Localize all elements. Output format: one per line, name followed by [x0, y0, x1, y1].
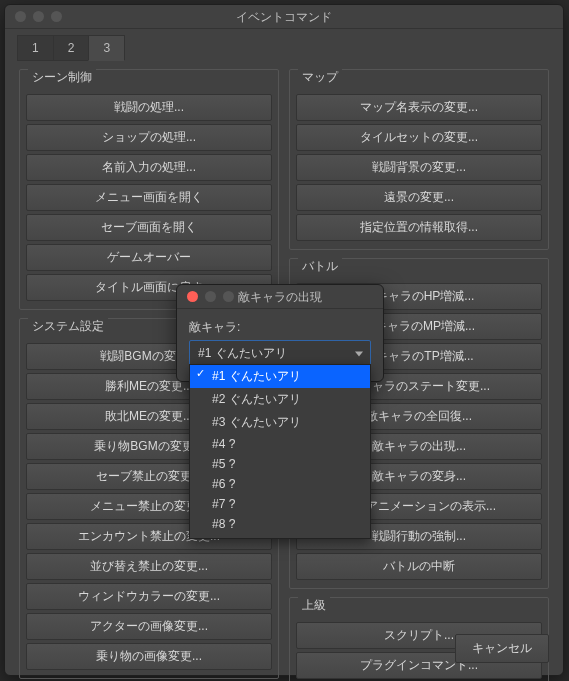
- tab-2[interactable]: 2: [53, 35, 90, 61]
- dropdown-option[interactable]: ✓#1 ぐんたいアリ: [190, 365, 370, 388]
- tab-3[interactable]: 3: [88, 35, 125, 61]
- group-title: シーン制御: [28, 69, 96, 86]
- group-title: 上級: [298, 597, 330, 614]
- dropdown-option[interactable]: #7 ?: [190, 494, 370, 514]
- group: マップマップ名表示の変更...タイルセットの変更...戦闘背景の変更...遠景の…: [289, 69, 549, 250]
- main-titlebar: イベントコマンド: [5, 5, 563, 29]
- enemy-label: 敵キャラ:: [189, 319, 371, 336]
- traffic-lights: [5, 11, 62, 22]
- command-button[interactable]: ウィンドウカラーの変更...: [26, 583, 272, 610]
- command-button[interactable]: アクターの画像変更...: [26, 613, 272, 640]
- group-title: マップ: [298, 69, 342, 86]
- command-button[interactable]: 並び替え禁止の変更...: [26, 553, 272, 580]
- group-title: バトル: [298, 258, 342, 275]
- tab-1[interactable]: 1: [17, 35, 54, 61]
- window-title: イベントコマンド: [5, 5, 563, 29]
- select-display[interactable]: #1 ぐんたいアリ: [189, 340, 371, 367]
- zoom-icon[interactable]: [223, 291, 234, 302]
- dropdown-option[interactable]: #6 ?: [190, 474, 370, 494]
- close-icon[interactable]: [187, 291, 198, 302]
- dropdown-option[interactable]: #8 ?: [190, 514, 370, 534]
- cancel-button[interactable]: キャンセル: [455, 634, 549, 663]
- minimize-icon[interactable]: [33, 11, 44, 22]
- dropdown-option[interactable]: #4 ?: [190, 434, 370, 454]
- command-button[interactable]: 戦闘背景の変更...: [296, 154, 542, 181]
- command-button[interactable]: 乗り物の画像変更...: [26, 643, 272, 670]
- command-button[interactable]: 名前入力の処理...: [26, 154, 272, 181]
- popup-titlebar: 敵キャラの出現: [177, 285, 383, 309]
- tab-bar: 1 2 3: [5, 29, 563, 61]
- command-button[interactable]: ゲームオーバー: [26, 244, 272, 271]
- enemy-select[interactable]: #1 ぐんたいアリ ✓#1 ぐんたいアリ#2 ぐんたいアリ#3 ぐんたいアリ#4…: [189, 340, 371, 367]
- command-button[interactable]: マップ名表示の変更...: [296, 94, 542, 121]
- command-button[interactable]: タイルセットの変更...: [296, 124, 542, 151]
- zoom-icon[interactable]: [51, 11, 62, 22]
- command-button[interactable]: 戦闘の処理...: [26, 94, 272, 121]
- dropdown-option[interactable]: #3 ぐんたいアリ: [190, 411, 370, 434]
- group-title: システム設定: [28, 318, 108, 335]
- command-button[interactable]: 指定位置の情報取得...: [296, 214, 542, 241]
- enemy-dropdown: ✓#1 ぐんたいアリ#2 ぐんたいアリ#3 ぐんたいアリ#4 ?#5 ?#6 ?…: [189, 364, 371, 539]
- close-icon[interactable]: [15, 11, 26, 22]
- enemy-appearance-dialog: 敵キャラの出現 敵キャラ: #1 ぐんたいアリ ✓#1 ぐんたいアリ#2 ぐんた…: [176, 284, 384, 382]
- command-button[interactable]: セーブ画面を開く: [26, 214, 272, 241]
- dropdown-option[interactable]: #5 ?: [190, 454, 370, 474]
- popup-traffic-lights: [177, 291, 234, 302]
- command-button[interactable]: ショップの処理...: [26, 124, 272, 151]
- group: シーン制御戦闘の処理...ショップの処理...名前入力の処理...メニュー画面を…: [19, 69, 279, 310]
- minimize-icon[interactable]: [205, 291, 216, 302]
- footer: キャンセル: [455, 634, 549, 663]
- dropdown-option[interactable]: #2 ぐんたいアリ: [190, 388, 370, 411]
- command-button[interactable]: メニュー画面を開く: [26, 184, 272, 211]
- command-button[interactable]: 遠景の変更...: [296, 184, 542, 211]
- check-icon: ✓: [196, 367, 205, 380]
- command-button[interactable]: バトルの中断: [296, 553, 542, 580]
